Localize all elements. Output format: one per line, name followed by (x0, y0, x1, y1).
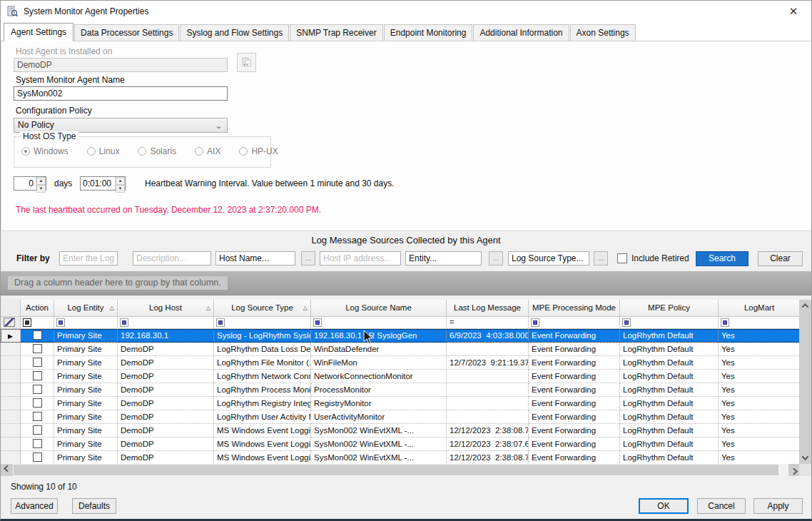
column-filter-mpe-processing-mode[interactable] (529, 317, 620, 329)
row-checkbox[interactable] (33, 412, 42, 421)
table-row[interactable]: Primary SiteDemoDPMS Windows Event Loggi… (1, 451, 801, 465)
ok-button[interactable]: OK (639, 498, 689, 514)
description-filter-input[interactable] (133, 251, 211, 265)
square-filter-icon (216, 318, 225, 327)
action-cell[interactable] (21, 437, 54, 451)
action-cell[interactable] (21, 410, 54, 424)
table-row[interactable]: Primary SiteDemoDPLogRhythm File Monitor… (1, 356, 801, 370)
row-checkbox[interactable] (33, 371, 42, 380)
agent-name-field[interactable] (14, 86, 228, 101)
spinner-arrows-icon[interactable]: ▲▼ (36, 177, 46, 190)
column-filter-log-host[interactable] (118, 317, 214, 329)
heartbeat-interval-stepper[interactable]: 0:01:00 ▲▼ (80, 176, 126, 191)
table-row[interactable]: Primary SiteDemoDPMS Windows Event Loggi… (1, 437, 801, 451)
action-cell[interactable] (21, 424, 54, 437)
vertical-scrollbar[interactable] (799, 300, 811, 464)
table-row[interactable]: Primary SiteDemoDPLogRhythm Registry Int… (1, 397, 801, 410)
table-row[interactable]: Primary SiteDemoDPLogRhythm Network Conn… (1, 370, 801, 383)
close-icon[interactable]: ✕ (781, 1, 806, 21)
column-filter-log-source-type[interactable] (214, 317, 311, 329)
row-checkbox[interactable] (33, 330, 42, 340)
include-retired-checkbox[interactable] (617, 253, 627, 263)
action-cell[interactable] (21, 343, 54, 356)
column-filter-log-source-name[interactable] (311, 317, 447, 329)
cell-log-source-type: LogRhythm Data Loss Def... (214, 343, 311, 356)
scroll-left-icon[interactable] (1, 464, 13, 476)
radio-solaris[interactable]: Solaris (138, 146, 176, 156)
row-checkbox[interactable] (33, 425, 42, 435)
heartbeat-days-stepper[interactable]: 0 ▲▼ (14, 176, 46, 191)
row-checkbox[interactable] (33, 344, 42, 353)
entity-browse-button[interactable]: ... (489, 251, 503, 265)
sort-ascending-icon[interactable]: △ (206, 300, 210, 316)
sort-ascending-icon[interactable]: △ (303, 300, 308, 316)
table-row[interactable]: ▶Primary Site192.168.30.1Syslog - LogRhy… (1, 329, 801, 343)
table-row[interactable]: Primary SiteDemoDPLogRhythm User Activit… (1, 410, 801, 424)
column-filter-logmart[interactable] (719, 317, 801, 329)
tab-axon-settings[interactable]: Axon Settings (570, 24, 636, 41)
cell-logmart: Yes (719, 356, 801, 370)
column-header-log-source-name[interactable]: Log Source Name (311, 300, 447, 317)
config-policy-select[interactable]: No Policy ⌄ (14, 118, 228, 133)
cell-log-source-type: LogRhythm Registry Integri... (214, 397, 311, 410)
action-cell[interactable] (21, 383, 54, 397)
column-header-log-host[interactable]: Log Host△ (118, 300, 214, 317)
row-checkbox[interactable] (33, 439, 42, 448)
column-header-log-entity[interactable]: Log Entity△ (54, 300, 118, 317)
log-source-filter-input[interactable] (59, 251, 118, 265)
row-checkbox[interactable] (33, 398, 42, 408)
tab-agent-settings[interactable]: Agent Settings (4, 23, 73, 41)
row-checkbox[interactable] (33, 385, 42, 394)
advanced-button[interactable]: Advanced (11, 498, 58, 514)
radio-linux[interactable]: Linux (87, 146, 120, 156)
radio-windows[interactable]: Windows (21, 146, 68, 156)
column-header-action[interactable]: Action (21, 300, 54, 317)
action-cell[interactable] (21, 329, 54, 343)
horizontal-scroll-thumb[interactable] (14, 465, 778, 475)
select-all-cell[interactable] (1, 317, 21, 329)
column-header-logmart[interactable]: LogMart (719, 300, 801, 317)
row-checkbox[interactable] (33, 452, 42, 462)
host-ip-filter-input[interactable] (320, 251, 401, 265)
scroll-down-icon[interactable] (799, 452, 811, 464)
search-button[interactable]: Search (696, 251, 748, 266)
column-header-mpe-policy[interactable]: MPE Policy (620, 300, 719, 317)
column-header-last-log-message[interactable]: Last Log Message (447, 300, 529, 317)
table-row[interactable]: Primary SiteDemoDPLogRhythm Data Loss De… (1, 343, 801, 356)
tab-additional-information[interactable]: Additional Information (473, 24, 569, 41)
clear-button[interactable]: Clear (758, 251, 803, 266)
tab-endpoint-monitoring[interactable]: Endpoint Monitoring (384, 24, 473, 41)
spinner-arrows-icon[interactable]: ▲▼ (115, 177, 125, 190)
log-source-type-filter-input[interactable] (508, 251, 589, 265)
action-cell[interactable] (21, 397, 54, 410)
scroll-up-icon[interactable] (799, 300, 811, 312)
host-name-browse-button[interactable]: ... (301, 251, 315, 265)
sort-ascending-icon[interactable]: △ (110, 300, 114, 316)
radio-hp-ux[interactable]: HP-UX (239, 146, 278, 156)
column-filter-mpe-policy[interactable] (620, 317, 719, 329)
tab-data-processor-settings[interactable]: Data Processor Settings (74, 24, 179, 41)
entity-filter-input[interactable] (405, 251, 482, 265)
column-header-mpe-processing-mode[interactable]: MPE Processing Mode (529, 300, 620, 317)
column-header-log-source-type[interactable]: Log Source Type△ (214, 300, 311, 317)
cancel-button[interactable]: Cancel (697, 498, 746, 514)
log-source-type-browse-button[interactable]: ... (594, 251, 608, 265)
column-filter-log-entity[interactable] (54, 317, 118, 329)
apply-button[interactable]: Apply (753, 498, 803, 514)
horizontal-scrollbar[interactable] (1, 464, 801, 476)
table-row[interactable]: Primary SiteDemoDPMS Windows Event Loggi… (1, 424, 801, 437)
tab-syslog-and-flow-settings[interactable]: Syslog and Flow Settings (180, 24, 289, 41)
column-filter-last-log-message[interactable]: = (447, 317, 529, 329)
action-cell[interactable] (21, 356, 54, 370)
host-name-filter-input[interactable] (215, 251, 295, 265)
defaults-button[interactable]: Defaults (72, 498, 116, 514)
action-cell[interactable] (21, 370, 54, 383)
table-row[interactable]: Primary SiteDemoDPLogRhythm Process Moni… (1, 383, 801, 397)
radio-aix[interactable]: AIX (195, 146, 220, 156)
tab-snmp-trap-receiver[interactable]: SNMP Trap Receiver (290, 24, 382, 41)
row-indicator-cell (1, 437, 21, 451)
group-by-bar[interactable]: Drag a column header here to group by th… (1, 271, 811, 295)
row-checkbox[interactable] (33, 358, 42, 367)
action-cell[interactable] (21, 451, 54, 465)
column-filter-action[interactable] (21, 317, 54, 329)
